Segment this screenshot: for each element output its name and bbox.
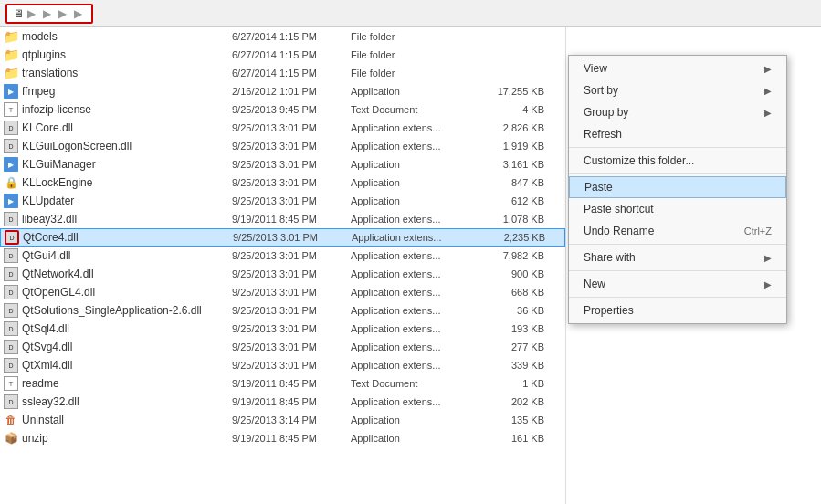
file-type: Application — [351, 415, 479, 425]
table-row[interactable]: ▶ ffmpeg 2/16/2012 1:01 PM Application 1… — [0, 82, 565, 100]
folder-icon: 📁 — [4, 29, 18, 44]
menu-item-label: Properties — [584, 304, 634, 317]
dll-selected-icon: D — [5, 230, 19, 245]
file-size: 1,078 KB — [479, 214, 552, 225]
table-row[interactable]: D KLCore.dll 9/25/2013 3:01 PM Applicati… — [0, 119, 565, 137]
file-type: Application extens... — [351, 323, 479, 334]
table-row[interactable]: D QtCore4.dll 9/25/2013 3:01 PM Applicat… — [0, 228, 565, 247]
file-size: 847 KB — [479, 177, 552, 188]
file-size: 668 KB — [479, 287, 552, 298]
menu-item-new[interactable]: New ▶ — [569, 273, 786, 295]
menu-item-sortby[interactable]: Sort by ▶ — [569, 79, 786, 101]
submenu-arrow-icon: ▶ — [764, 86, 772, 96]
table-row[interactable]: D QtSql4.dll 9/25/2013 3:01 PM Applicati… — [0, 320, 565, 338]
dll-icon: D — [4, 321, 18, 336]
file-size: 277 KB — [479, 341, 552, 352]
file-size: 900 KB — [479, 268, 552, 279]
file-list[interactable]: 📁 models 6/27/2014 1:15 PM File folder 📁… — [0, 27, 566, 504]
menu-item-label: Group by — [584, 106, 628, 119]
table-row[interactable]: 🗑 Uninstall 9/25/2013 3:14 PM Applicatio… — [0, 411, 565, 429]
text-icon: T — [4, 376, 18, 391]
menu-item-groupby[interactable]: Group by ▶ — [569, 101, 786, 123]
dll-icon: D — [4, 285, 18, 299]
context-menu: View ▶ Sort by ▶ Group by ▶ Refresh Cust… — [568, 55, 787, 324]
table-row[interactable]: ▶ KLGuiManager 9/25/2013 3:01 PM Applica… — [0, 155, 565, 173]
file-date: 6/27/2014 1:15 PM — [232, 31, 351, 42]
zip-icon: 📦 — [4, 431, 18, 446]
menu-item-view[interactable]: View ▶ — [569, 58, 786, 79]
file-type: Application — [351, 159, 479, 170]
menu-item-share-with[interactable]: Share with ▶ — [569, 247, 786, 268]
table-row[interactable]: D QtSolutions_SingleApplication-2.6.dll … — [0, 301, 565, 320]
file-name: D QtNetwork4.dll — [4, 267, 232, 281]
address-bar: 🖥 ▶ ▶ ▶ ▶ — [0, 0, 821, 27]
table-row[interactable]: 📁 models 6/27/2014 1:15 PM File folder — [0, 27, 565, 46]
file-type: Application extens... — [351, 268, 479, 279]
file-date: 9/25/2013 3:01 PM — [232, 360, 351, 371]
file-size: 36 KB — [479, 305, 552, 316]
dll-icon: D — [4, 121, 18, 135]
table-row[interactable]: D ssleay32.dll 9/19/2011 8:45 PM Applica… — [0, 393, 565, 411]
table-row[interactable]: D QtNetwork4.dll 9/25/2013 3:01 PM Appli… — [0, 265, 565, 283]
breadcrumb-icon: 🖥 — [13, 7, 24, 20]
file-name: D QtXml4.dll — [4, 358, 232, 373]
dll-icon: D — [4, 139, 18, 153]
menu-item-paste[interactable]: Paste — [569, 176, 786, 198]
file-name: 📦 unzip — [4, 431, 232, 446]
table-row[interactable]: 📁 translations 6/27/2014 1:15 PM File fo… — [0, 64, 565, 82]
file-date: 9/25/2013 3:14 PM — [232, 415, 351, 425]
table-row[interactable]: ▶ KLUpdater 9/25/2013 3:01 PM Applicatio… — [0, 192, 565, 210]
menu-item-label: Share with — [584, 251, 636, 264]
table-row[interactable]: D QtSvg4.dll 9/25/2013 3:01 PM Applicati… — [0, 338, 565, 356]
file-date: 9/25/2013 3:01 PM — [232, 268, 351, 279]
file-date: 9/25/2013 9:45 PM — [232, 104, 351, 115]
table-row[interactable]: D QtGui4.dll 9/25/2013 3:01 PM Applicati… — [0, 247, 565, 265]
menu-item-customize[interactable]: Customize this folder... — [569, 150, 786, 172]
file-type: Application extens... — [351, 360, 479, 371]
file-name: D ssleay32.dll — [4, 394, 232, 409]
uninstall-icon: 🗑 — [4, 413, 18, 427]
file-type: Application extens... — [351, 214, 479, 225]
file-type: Application extens... — [352, 232, 479, 243]
menu-item-properties[interactable]: Properties — [569, 299, 786, 321]
menu-item-refresh[interactable]: Refresh — [569, 123, 786, 145]
menu-item-label: Customize this folder... — [584, 154, 694, 167]
table-row[interactable]: 🔒 KLLockEngine 9/25/2013 3:01 PM Applica… — [0, 173, 565, 192]
file-name: D QtSvg4.dll — [4, 340, 232, 354]
file-type: Application extens... — [351, 141, 479, 152]
breadcrumb[interactable]: 🖥 ▶ ▶ ▶ ▶ — [5, 4, 93, 24]
dll-icon: D — [4, 303, 18, 318]
file-type: Application — [351, 177, 479, 188]
table-row[interactable]: T readme 9/19/2011 8:45 PM Text Document… — [0, 374, 565, 393]
file-type: Application extens... — [351, 341, 479, 352]
file-date: 9/19/2011 8:45 PM — [232, 214, 351, 225]
file-size: 612 KB — [479, 195, 552, 206]
app-icon: ▶ — [4, 84, 18, 99]
table-row[interactable]: T infozip-license 9/25/2013 9:45 PM Text… — [0, 100, 565, 119]
menu-item-undo-rename[interactable]: Undo Rename Ctrl+Z — [569, 220, 786, 242]
file-date: 9/25/2013 3:01 PM — [232, 323, 351, 334]
table-row[interactable]: 📁 qtplugins 6/27/2014 1:15 PM File folde… — [0, 46, 565, 64]
dll-icon: D — [4, 340, 18, 354]
file-date: 9/25/2013 3:01 PM — [232, 287, 351, 298]
file-type: Application extens... — [351, 287, 479, 298]
table-row[interactable]: D KLGuiLogonScreen.dll 9/25/2013 3:01 PM… — [0, 137, 565, 155]
dll-icon: D — [4, 248, 18, 263]
file-name: D QtGui4.dll — [4, 248, 232, 263]
submenu-arrow-icon: ▶ — [764, 253, 772, 263]
menu-item-paste-shortcut[interactable]: Paste shortcut — [569, 198, 786, 220]
menu-separator — [569, 173, 786, 174]
table-row[interactable]: D QtOpenGL4.dll 9/25/2013 3:01 PM Applic… — [0, 283, 565, 301]
menu-item-label: Undo Rename — [584, 225, 654, 237]
table-row[interactable]: 📦 unzip 9/19/2011 8:45 PM Application 16… — [0, 429, 565, 447]
main-area: 📁 models 6/27/2014 1:15 PM File folder 📁… — [0, 27, 821, 504]
file-date: 9/25/2013 3:01 PM — [232, 177, 351, 188]
menu-separator — [569, 244, 786, 245]
file-date: 9/25/2013 3:01 PM — [233, 232, 352, 243]
file-date: 9/25/2013 3:01 PM — [232, 195, 351, 206]
table-row[interactable]: D libeay32.dll 9/19/2011 8:45 PM Applica… — [0, 210, 565, 228]
menu-separator — [569, 147, 786, 148]
table-row[interactable]: D QtXml4.dll 9/25/2013 3:01 PM Applicati… — [0, 356, 565, 374]
text-icon: T — [4, 102, 18, 117]
lock-icon: 🔒 — [4, 175, 18, 190]
